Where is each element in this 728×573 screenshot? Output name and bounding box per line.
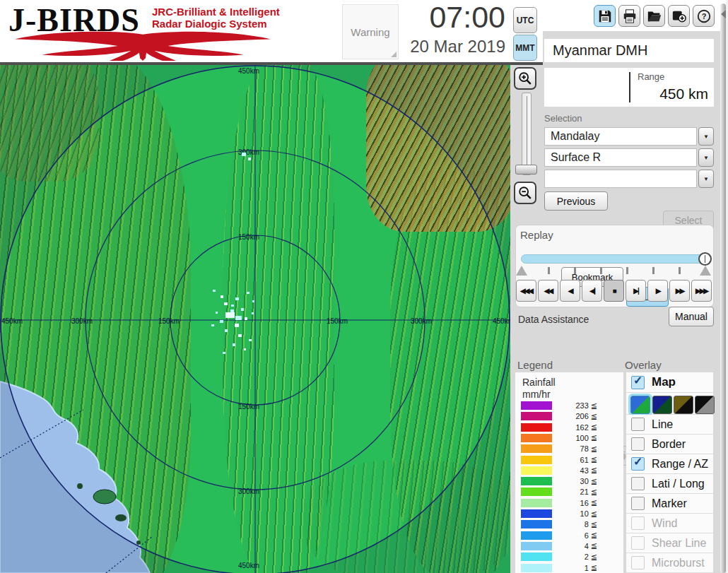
overlay-row-line[interactable]: Line [626, 415, 713, 435]
map-checkbox[interactable]: ✓ [631, 376, 645, 389]
overlay-row-marker[interactable]: Marker [626, 494, 713, 514]
timeline-tick [679, 267, 681, 274]
fast-forward-button[interactable]: ▶▶ [669, 280, 690, 302]
ring-label: 150km [238, 403, 259, 410]
mmt-button[interactable]: MMT [513, 35, 537, 61]
print-button[interactable] [618, 5, 640, 27]
site-combo-arrow-button[interactable]: ▼ [698, 127, 714, 146]
ring-label: 150km [238, 233, 259, 241]
previous-button[interactable]: Previous [544, 191, 608, 211]
legend-row: 6≦ [515, 531, 623, 540]
data-assistance-label: Data Assistance [518, 314, 589, 325]
legend-swatch [521, 477, 552, 485]
legend-row: 1≦ [515, 563, 623, 573]
ring-label: 450km [238, 562, 259, 569]
overlay-row-border[interactable]: Border [626, 435, 713, 454]
legend-swatch [521, 412, 552, 420]
timeline-start-marker[interactable] [516, 266, 527, 276]
legend-swatch [521, 542, 552, 550]
map-style-swatch-3[interactable] [674, 396, 693, 414]
play-reverse-button[interactable]: ◀ [560, 280, 580, 302]
range-value: 450 km [659, 85, 708, 102]
panel-collapse-icon[interactable] [721, 10, 726, 18]
range-box: Range 450 km [544, 68, 714, 107]
overlay-panel: ✓ Map Line Border ✓ Range / AZ Lati / Lo… [626, 372, 713, 573]
legend-swatch [521, 434, 552, 442]
legend-row: 16≦ [515, 498, 623, 508]
extra-combobox[interactable] [544, 170, 697, 188]
fast-rewind-button[interactable]: ◀◀ [538, 280, 558, 302]
skip-to-start-button[interactable]: ◀◀◀ [516, 280, 536, 302]
clock-time: 07:00 [382, 0, 505, 35]
replay-label: Replay [520, 229, 553, 241]
legend-swatch [521, 531, 552, 540]
extra-combo-arrow-button[interactable]: ▼ [698, 170, 714, 188]
marker-checkbox[interactable] [631, 497, 645, 510]
chevron-down-icon: ▼ [703, 134, 709, 140]
stop-button[interactable]: ■ [604, 280, 624, 302]
timeline-tick [600, 267, 602, 274]
map-zoom-in-button[interactable] [514, 67, 536, 90]
overlay-row-lati-long[interactable]: Lati / Long [626, 474, 713, 494]
ring-label: 150km [158, 317, 180, 325]
legend-swatch [521, 444, 552, 453]
legend-row: 61≦ [515, 455, 623, 465]
map-style-swatch-4[interactable] [695, 396, 715, 414]
rainfall-legend: Rainfall mm/hr 233≦ 206≦ 162≦ 100≦ 78≦ 6… [515, 372, 623, 573]
overlay-row-wind: Wind [626, 514, 713, 533]
overlay-row-shear-line: Shear Line [626, 533, 713, 553]
product-combobox[interactable]: Surface R [544, 148, 697, 167]
panel-splitter[interactable] [720, 4, 726, 573]
legend-row: 10≦ [515, 509, 623, 519]
map-style-swatch-1[interactable] [630, 396, 650, 414]
replay-mode-manual-button[interactable]: Manual [669, 307, 714, 326]
image-add-button[interactable] [668, 5, 690, 27]
legend-swatch [521, 466, 552, 475]
step-forward-button[interactable]: ▶| [626, 280, 646, 302]
map-zoom-slider-track[interactable] [522, 93, 532, 175]
overlay-row-map[interactable]: ✓ Map [626, 372, 713, 393]
replay-timeline-thumb[interactable] [698, 252, 712, 266]
site-combobox[interactable]: Mandalay [544, 127, 697, 146]
ring-label: 450km [238, 67, 259, 75]
skip-to-end-button[interactable]: ▶▶▶ [691, 280, 712, 302]
legend-swatch [521, 520, 552, 528]
timeline-end-marker[interactable] [700, 266, 711, 276]
radar-map-display[interactable]: 450km 300km 150km 150km 300km 450km 450k… [0, 65, 510, 573]
image-add-icon [671, 8, 687, 24]
map-style-row [626, 393, 713, 415]
replay-timeline-slider[interactable] [521, 254, 710, 264]
ring-label: 450km [1, 317, 23, 325]
shear-line-checkbox [631, 536, 645, 550]
range-az-checkbox[interactable]: ✓ [631, 457, 645, 471]
chevron-down-icon: ▼ [703, 176, 709, 182]
eagle-logo-icon [6, 30, 280, 61]
legend-row: 8≦ [515, 519, 623, 529]
map-zoom-slider-thumb[interactable] [515, 165, 537, 175]
islet [115, 514, 127, 521]
line-checkbox[interactable] [631, 418, 645, 431]
product-combo-arrow-button[interactable]: ▼ [698, 148, 714, 167]
save-button[interactable] [594, 5, 616, 27]
legend-swatch [521, 509, 552, 518]
map-style-swatch-2[interactable] [652, 396, 672, 414]
selection-label: Selection [544, 113, 582, 124]
open-folder-button[interactable] [643, 5, 665, 27]
clock-date: 20 Mar 2019 [382, 37, 505, 57]
ring-label: 150km [327, 317, 348, 325]
help-button[interactable]: ? [693, 5, 715, 27]
play-button[interactable]: ▶ [647, 280, 668, 302]
utc-button[interactable]: UTC [513, 7, 537, 33]
lati-long-checkbox[interactable] [631, 477, 645, 490]
border-checkbox[interactable] [631, 437, 645, 451]
legend-row: 43≦ [515, 466, 623, 475]
timeline-tick [626, 267, 628, 274]
overlay-row-range-az[interactable]: ✓ Range / AZ [626, 454, 713, 474]
legend-row: 100≦ [515, 433, 623, 443]
step-back-button[interactable]: ◀| [582, 280, 602, 302]
help-icon: ? [696, 8, 712, 24]
legend-row: 78≦ [515, 444, 623, 454]
map-zoom-out-button[interactable] [514, 182, 536, 204]
islet [77, 483, 83, 489]
legend-swatch [521, 423, 552, 432]
